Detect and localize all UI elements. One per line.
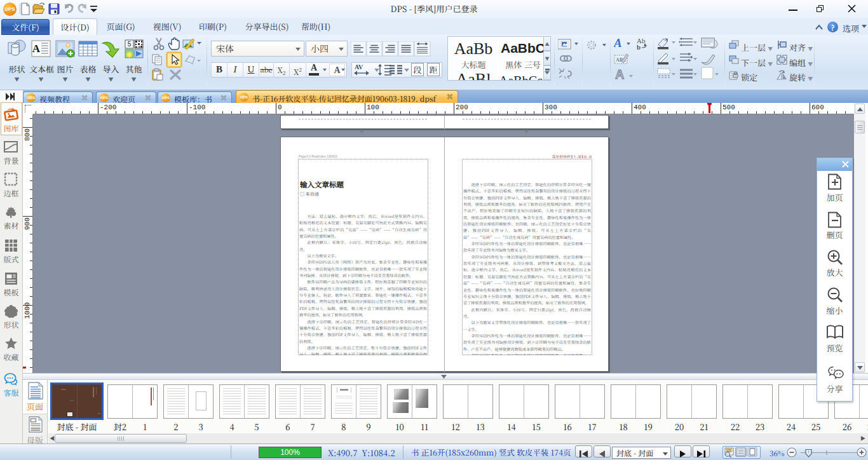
- svg-text:A: A: [615, 67, 624, 81]
- svg-text:A: A: [614, 37, 622, 50]
- svg-text:100: 100: [726, 449, 731, 452]
- svg-text:b: b: [637, 43, 641, 51]
- svg-text:A: A: [32, 43, 41, 55]
- svg-text:5: 5: [128, 41, 132, 48]
- svg-text:AV: AV: [355, 64, 363, 71]
